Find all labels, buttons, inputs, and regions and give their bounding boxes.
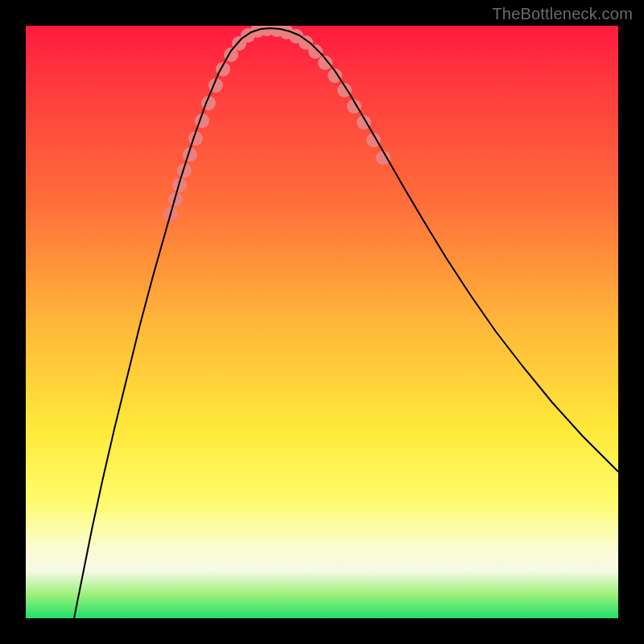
marker-group — [163, 26, 390, 221]
watermark-text: TheBottleneck.com — [492, 5, 633, 23]
chart-svg — [26, 26, 618, 618]
chart-frame: TheBottleneck.com — [0, 0, 644, 644]
plot-area — [26, 26, 618, 618]
highlight-dot — [308, 44, 323, 59]
bottleneck-curve — [74, 28, 618, 618]
